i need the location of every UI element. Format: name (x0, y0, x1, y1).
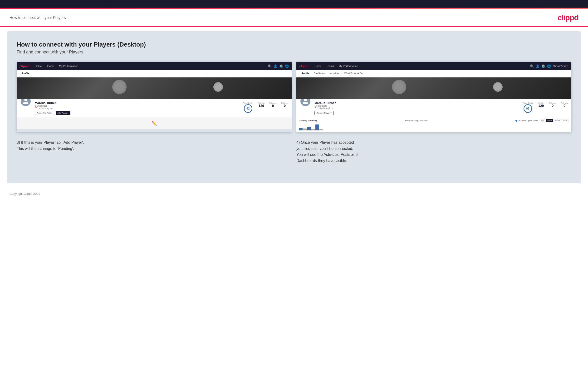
banner-circle-3 (392, 80, 406, 94)
banner-circle-4 (493, 82, 503, 92)
bar-4 (311, 129, 315, 130)
request-follow-button[interactable]: Request to Follow (35, 111, 54, 115)
stat-following-1: Following 0 (281, 102, 288, 113)
player-handicap-1: 1-5 Handicap (35, 105, 240, 107)
quality-circle-2: 92 (524, 104, 532, 113)
screenshot-2: clippd Home Teams My Performance 🔍 👤 ⚙️ … (296, 62, 571, 132)
tab-profile-2[interactable]: Profile (299, 70, 311, 77)
tab-profile-1[interactable]: Profile (19, 70, 32, 77)
user-icon-1[interactable]: 👤 (274, 64, 277, 68)
tab-what-to-work-on-2[interactable]: What To Work On (342, 70, 366, 77)
period-btn-3mths[interactable]: 3 mths (554, 119, 561, 122)
banner-circle-1 (112, 80, 127, 94)
footer: Copyright Clippd 2022 (0, 188, 588, 199)
nav-performance-1[interactable]: My Performance (57, 62, 81, 70)
activity-period-buttons: 1 yr 6 mths 3 mths 1 mth (540, 119, 569, 122)
screenshots-row: clippd Home Teams My Performance 🔍 👤 ⚙️ … (17, 62, 571, 132)
profile-top-row-2: Marcus Turner 1-5 Handicap 📍 United King… (300, 101, 568, 115)
golf-banner-2 (296, 77, 571, 99)
right-stats-1: Player Quality 92 Activities 129 Followe… (243, 101, 288, 113)
activity-legend: On course Off course (515, 120, 538, 122)
globe-icon-1[interactable]: 🌐 (285, 64, 289, 68)
player-location-2: 📍 United Kingdom (314, 107, 519, 109)
bar-5 (315, 125, 319, 130)
screenshot-bottom-1: ✏️ (17, 117, 292, 129)
bar-3 (307, 127, 311, 130)
activity-summary: Activity Summary Monthly Activity · 6 Mo… (296, 117, 571, 132)
top-bar (0, 0, 588, 8)
period-btn-1mth[interactable]: 1 mth (562, 119, 569, 122)
bar-1 (299, 128, 303, 130)
quality-label-1: Player Quality (243, 102, 253, 104)
legend-dot-off-course (528, 120, 530, 122)
profile-section-2: Marcus Turner 1-5 Handicap 📍 United King… (296, 99, 571, 117)
golf-banner-1 (17, 77, 292, 99)
stat-label-activities-2: Activities (538, 102, 545, 104)
globe-icon-2[interactable]: 🌐 (547, 64, 551, 68)
activity-period: Monthly Activity · 6 Months (405, 119, 428, 122)
user-icon-2[interactable]: 👤 (536, 64, 539, 68)
stat-label-followers-2: Followers (549, 102, 556, 104)
nav-teams-1[interactable]: Teams (44, 62, 57, 70)
activity-bars (299, 123, 569, 130)
settings-icon-1[interactable]: ⚙️ (279, 64, 283, 68)
stat-value-activities-1: 129 (258, 104, 265, 108)
main-title: How to connect with your Players (Deskto… (17, 41, 571, 48)
profile-info-2: Marcus Turner 1-5 Handicap 📍 United King… (314, 101, 519, 115)
tab-dashboard-2[interactable]: Dashboard (311, 70, 328, 77)
user-dropdown-2[interactable]: Marcus Turner ▾ (553, 65, 569, 67)
app-logo-2: clippd (299, 64, 308, 68)
nav-performance-2[interactable]: My Performance (336, 62, 360, 70)
remove-player-button[interactable]: Remove Player × (314, 111, 334, 115)
copyright-text: Copyright Clippd 2022 (9, 192, 40, 195)
profile-top-row-1: Marcus Turner 1-5 Handicap 📍 United King… (20, 101, 288, 115)
stat-followers-1: Followers 0 (269, 102, 277, 113)
stat-label-followers-1: Followers (269, 102, 277, 104)
stat-label-following-1: Following (281, 102, 288, 104)
description-3-text: 3) If this is your Player tap, 'Add Play… (17, 140, 84, 150)
app-nav-2: clippd Home Teams My Performance 🔍 👤 ⚙️ … (296, 62, 571, 70)
edit-icon-1: ✏️ (152, 121, 157, 126)
remove-player-label: Remove Player (317, 112, 330, 114)
add-player-button[interactable]: Add Player + (56, 111, 70, 115)
activity-header: Activity Summary Monthly Activity · 6 Mo… (299, 119, 569, 122)
legend-label-off-course: Off course (530, 120, 538, 121)
period-btn-6mths[interactable]: 6 mths (546, 119, 553, 122)
quality-block-1: Player Quality 92 (243, 102, 253, 113)
app-nav-1: clippd Home Teams My Performance 🔍 👤 ⚙️ … (17, 62, 292, 70)
quality-block-2: Player Quality 92 (523, 102, 533, 113)
right-stats-2: Player Quality 92 Activities 129 Followe… (523, 101, 568, 113)
settings-icon-2[interactable]: ⚙️ (541, 64, 545, 68)
profile-buttons-1: Request to Follow Add Player + (35, 111, 240, 115)
period-btn-1yr[interactable]: 1 yr (540, 119, 545, 122)
search-icon-1[interactable]: 🔍 (268, 64, 272, 68)
stat-label-following-2: Following (561, 102, 568, 104)
bar-2 (303, 128, 307, 130)
remove-player-icon: × (331, 112, 332, 114)
stat-value-activities-2: 129 (538, 104, 545, 108)
search-icon-2[interactable]: 🔍 (530, 64, 534, 68)
quality-label-2: Player Quality (523, 102, 533, 104)
nav-icons-2: 🔍 👤 ⚙️ 🌐 Marcus Turner ▾ (530, 64, 569, 68)
profile-section-1: Marcus Turner 1-5 Handicap 📍 United King… (17, 99, 292, 117)
nav-home-2[interactable]: Home (312, 62, 324, 70)
tab-activities-2[interactable]: Activities (328, 70, 342, 77)
legend-label-on-course: On course (518, 120, 526, 121)
bar-6 (320, 129, 323, 130)
header-title: How to connect with your Players (9, 16, 66, 20)
player-handicap-2: 1-5 Handicap (314, 105, 519, 107)
legend-on-course: On course (515, 120, 526, 122)
banner-circle-2 (213, 82, 223, 92)
description-4: 4) Once your Player has acceptedyour req… (296, 139, 571, 164)
nav-home-1[interactable]: Home (32, 62, 44, 70)
nav-icons-1: 🔍 👤 ⚙️ 🌐 (268, 64, 289, 68)
nav-teams-2[interactable]: Teams (324, 62, 336, 70)
description-4-text: 4) Once your Player has acceptedyour req… (296, 140, 357, 163)
screenshot-1: clippd Home Teams My Performance 🔍 👤 ⚙️ … (17, 62, 292, 132)
legend-off-course: Off course (528, 120, 538, 122)
stat-following-2: Following 0 (561, 102, 568, 113)
location-pin-icon-1: 📍 (35, 107, 37, 109)
quality-circle-1: 92 (244, 104, 252, 113)
clippd-logo: clippd (558, 13, 579, 22)
stat-activities-1: Activities 129 (258, 102, 265, 113)
